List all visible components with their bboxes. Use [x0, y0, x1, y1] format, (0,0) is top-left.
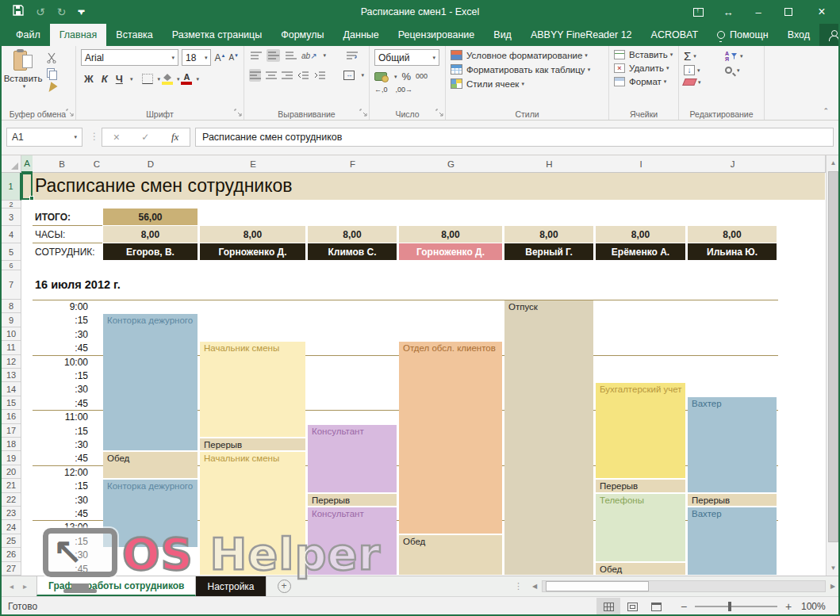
- grow-font-icon[interactable]: А▲: [214, 52, 225, 63]
- schedule-block-J22[interactable]: Перерыв: [688, 494, 777, 506]
- employee-cell-J[interactable]: Ильина Ю.: [688, 243, 777, 260]
- sheet-nav-right-icon[interactable]: ▸: [23, 582, 27, 591]
- schedule-block-H8[interactable]: Отпуск: [504, 300, 593, 575]
- row-header-22[interactable]: 22: [2, 493, 21, 507]
- time-label-45[interactable]: :45: [33, 398, 91, 411]
- row-header-23[interactable]: 23: [2, 507, 21, 520]
- schedule-block-I14[interactable]: Бухгалтерский учет: [596, 383, 685, 478]
- row-header-2[interactable]: 2: [2, 201, 21, 209]
- sheet-title-cell[interactable]: Расписание смен сотрудников: [35, 175, 293, 197]
- time-label-30[interactable]: :30: [33, 439, 91, 452]
- align-middle-icon[interactable]: [267, 49, 280, 62]
- underline-button[interactable]: Ч: [113, 72, 126, 86]
- tab-splitter[interactable]: ⋮: [514, 581, 523, 591]
- tab-вход[interactable]: Вход: [778, 24, 819, 46]
- column-header-C[interactable]: C: [91, 155, 103, 173]
- tab-вставка[interactable]: Вставка: [106, 24, 162, 46]
- undo-icon[interactable]: ↺: [36, 6, 45, 17]
- scroll-left-icon[interactable]: ◀: [527, 580, 542, 594]
- sheet-tab-inactive[interactable]: Настройка: [196, 576, 266, 596]
- hours-cell-G[interactable]: 8,00: [399, 226, 502, 243]
- tab-файл[interactable]: Файл: [6, 24, 50, 46]
- row-header-3[interactable]: 3: [2, 209, 21, 226]
- format-as-table-button[interactable]: Форматировать как таблицу▾: [451, 64, 604, 75]
- increase-indent-icon[interactable]: [313, 69, 325, 82]
- schedule-block-I27[interactable]: Обед: [596, 563, 685, 575]
- row-header-21[interactable]: 21: [2, 479, 21, 492]
- collapse-ribbon-icon[interactable]: ⌃: [823, 107, 829, 115]
- copy-icon[interactable]: [44, 67, 58, 79]
- time-label-15[interactable]: :15: [33, 370, 91, 383]
- normal-view-icon[interactable]: [596, 598, 620, 616]
- insert-cells-button[interactable]: Вставить▾: [614, 50, 673, 59]
- time-label-45[interactable]: :45: [33, 564, 91, 576]
- maximize-icon[interactable]: [773, 0, 804, 24]
- zoom-out-icon[interactable]: −: [679, 600, 688, 613]
- time-label-15[interactable]: :15: [33, 536, 91, 549]
- row-header-25[interactable]: 25: [2, 534, 21, 548]
- redo-icon[interactable]: ↻: [57, 6, 67, 17]
- schedule-block-E11[interactable]: Начальник смены: [200, 342, 305, 437]
- row-header-7[interactable]: 7: [2, 270, 21, 300]
- employee-cell-E[interactable]: Горноженко Д.: [200, 243, 305, 260]
- page-break-view-icon[interactable]: [644, 598, 668, 616]
- row-header-26[interactable]: 26: [2, 548, 21, 561]
- hours-cell-F[interactable]: 8,00: [308, 226, 397, 243]
- column-header-I[interactable]: I: [595, 155, 688, 173]
- shrink-font-icon[interactable]: А▼: [228, 53, 239, 62]
- tab-помощн[interactable]: Помощн: [708, 24, 778, 46]
- italic-button[interactable]: К: [98, 72, 111, 86]
- font-color-icon[interactable]: А: [181, 73, 192, 85]
- new-sheet-icon[interactable]: +: [278, 580, 291, 593]
- sheet-tab-active[interactable]: График работы сотрудников: [36, 576, 196, 596]
- schedule-block-D21[interactable]: Конторка дежурного: [103, 480, 198, 547]
- tab-acrobat[interactable]: ACROBAT: [642, 24, 708, 46]
- clipboard-dialog-launcher[interactable]: [66, 109, 74, 118]
- font-dialog-launcher[interactable]: [234, 109, 242, 118]
- increase-decimal-icon[interactable]: ←,0: [374, 86, 388, 94]
- row-header-12[interactable]: 12: [2, 355, 21, 369]
- time-label-900[interactable]: 9:00: [33, 301, 91, 314]
- tab-вид[interactable]: Вид: [484, 24, 521, 46]
- row-header-27[interactable]: 27: [2, 562, 21, 576]
- row-header-18[interactable]: 18: [2, 438, 21, 451]
- employee-cell-I[interactable]: Ерёменко А.: [596, 243, 685, 260]
- schedule-block-G25[interactable]: Обед: [399, 535, 502, 575]
- tab-главная[interactable]: Главная: [50, 24, 107, 46]
- find-select-button[interactable]: ▾: [725, 65, 759, 75]
- close-icon[interactable]: ×: [804, 0, 840, 24]
- row-header-17[interactable]: 17: [2, 424, 21, 438]
- time-label-45[interactable]: :45: [33, 342, 91, 355]
- row-header-1[interactable]: 1: [2, 173, 21, 201]
- time-label-30[interactable]: :30: [33, 549, 91, 562]
- formula-bar-splitter[interactable]: ⋮: [90, 131, 99, 142]
- total-value-cell[interactable]: 56,00: [103, 209, 198, 225]
- row-header-14[interactable]: 14: [2, 382, 21, 396]
- vertical-scroll-thumb[interactable]: [828, 171, 838, 542]
- schedule-block-F17[interactable]: Консультант: [308, 425, 397, 492]
- employee-cell-D[interactable]: Егоров, В.: [103, 243, 198, 260]
- align-top-icon[interactable]: [249, 49, 263, 62]
- date-cell[interactable]: 16 июля 2012 г.: [35, 278, 121, 291]
- row-header-15[interactable]: 15: [2, 396, 21, 410]
- customize-qat-icon[interactable]: ▬▾: [78, 9, 84, 15]
- employee-cell-G[interactable]: Горноженко Д.: [399, 243, 502, 260]
- schedule-block-F22[interactable]: Перерыв: [308, 494, 397, 506]
- time-label-30[interactable]: :30: [33, 329, 91, 342]
- comma-format-icon[interactable]: 000: [416, 73, 428, 80]
- formula-input[interactable]: Расписание смен сотрудников: [195, 128, 834, 147]
- column-header-A[interactable]: A: [21, 155, 33, 173]
- font-size-combo[interactable]: 18▾: [182, 49, 211, 66]
- time-label-45[interactable]: :45: [33, 508, 91, 521]
- hours-cell-J[interactable]: 8,00: [688, 226, 777, 243]
- select-all-corner[interactable]: [2, 155, 21, 173]
- number-dialog-launcher[interactable]: [435, 109, 443, 118]
- schedule-block-I21[interactable]: Перерыв: [596, 480, 685, 492]
- row-header-16[interactable]: 16: [2, 410, 21, 423]
- time-label-1100[interactable]: 11:00: [33, 411, 91, 424]
- align-bottom-icon[interactable]: [284, 49, 297, 62]
- format-cells-button[interactable]: Формат▾: [614, 77, 673, 86]
- sort-filter-button[interactable]: АЯ▾: [725, 51, 759, 62]
- time-label-15[interactable]: :15: [33, 315, 91, 327]
- percent-format-icon[interactable]: %: [402, 71, 412, 82]
